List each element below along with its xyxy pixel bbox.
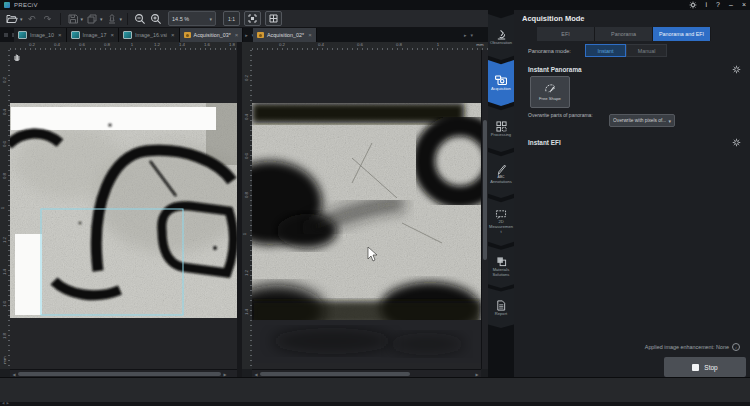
tab-close-icon[interactable]: × xyxy=(235,32,239,38)
ruler-tick-label: 0.6 xyxy=(244,153,249,159)
ruler-unit-label: mm xyxy=(2,356,7,363)
image-file-icon xyxy=(18,31,27,39)
tab-scroll-icon[interactable] xyxy=(4,33,8,37)
tab-label: Acquisition_03* xyxy=(194,32,231,38)
scroll-right-icon[interactable]: ▶ xyxy=(473,372,481,377)
tab-close-icon[interactable]: × xyxy=(110,32,114,38)
tab-close-icon[interactable]: × xyxy=(171,32,175,38)
fit-to-screen-button[interactable] xyxy=(244,11,261,26)
close-button[interactable]: × xyxy=(742,0,746,10)
ruler-tick-label: 0.8 xyxy=(104,42,110,47)
undo-button[interactable]: ↶ xyxy=(25,12,39,26)
left-image-viewport[interactable] xyxy=(10,50,237,369)
free-shape-label: Free Shape xyxy=(539,96,561,101)
nav-label: Annotations xyxy=(489,180,514,185)
copy-tool-chevron-icon[interactable]: ▾ xyxy=(100,16,103,22)
scroll-left-icon[interactable]: ◀ xyxy=(252,372,260,377)
tab-label: Image_10 xyxy=(30,32,54,38)
tab-image-16-vsi[interactable]: Image_16.vsi × xyxy=(119,28,180,42)
enhancement-note: Applied image enhancement: None i xyxy=(645,343,740,351)
processing-grid-icon xyxy=(496,121,507,132)
camera-icon xyxy=(495,75,507,86)
layout-views-button[interactable] xyxy=(265,11,282,26)
zoom-in-button[interactable] xyxy=(149,12,163,26)
tab-image-17[interactable]: Image_17 × xyxy=(67,28,120,42)
overwrite-mode-dropdown[interactable]: Overwrite with pixels of... ▾ xyxy=(609,114,675,127)
panorama-mode-manual[interactable]: Manual xyxy=(626,44,667,57)
redo-button[interactable]: ↷ xyxy=(41,12,55,26)
right-live-viewport[interactable] xyxy=(252,50,481,369)
materials-icon xyxy=(496,256,507,267)
instant-panorama-settings-gear-icon[interactable] xyxy=(732,65,741,74)
tab-acquisition-03[interactable]: Acquisition_03* × xyxy=(180,28,244,42)
nav-item-acquisition[interactable]: Acquisition xyxy=(488,60,514,106)
stamp-tool-chevron-icon[interactable]: ▾ xyxy=(120,16,123,22)
pane-menu-icon[interactable]: ▾ xyxy=(471,32,474,38)
ruler-tick-label: 0.4 xyxy=(54,42,60,47)
mode-tab-efi[interactable]: EFI xyxy=(537,27,595,41)
tab-close-icon[interactable]: × xyxy=(308,32,312,38)
acquisition-file-icon xyxy=(257,32,264,38)
acquisition-settings-panel: Acquisition Mode EFI Panorama Panorama a… xyxy=(514,10,750,377)
application-window: PRECiV i ? – × ▾ ↶ ↷ ▾ ▾ xyxy=(0,0,750,406)
ruler-tick-label: 0.4 xyxy=(2,109,7,115)
info-button[interactable]: i xyxy=(706,0,708,10)
nav-item-observation[interactable]: Observation xyxy=(488,14,514,60)
measurement-icon xyxy=(495,209,507,219)
copy-tool-button[interactable] xyxy=(85,12,99,26)
nav-item-processing[interactable]: Processing xyxy=(488,106,514,152)
ruler-unit-label: mm xyxy=(476,42,483,47)
scroll-left-icon[interactable]: ◀ xyxy=(10,372,18,377)
instant-efi-settings-gear-icon[interactable] xyxy=(732,138,741,147)
stamp-tool-button[interactable] xyxy=(105,12,119,26)
scrollbar-thumb[interactable] xyxy=(483,120,487,260)
tab-overflow-right-icon[interactable]: ▸ xyxy=(245,32,248,38)
image-file-icon xyxy=(123,31,132,39)
pane-overflow-icon[interactable]: ▸ xyxy=(464,32,467,38)
open-file-chevron-icon[interactable]: ▾ xyxy=(20,16,23,22)
scrollbar-thumb[interactable] xyxy=(260,372,410,376)
tab-acquisition-02[interactable]: Acquisition_02* × xyxy=(253,28,317,42)
minimize-button[interactable]: – xyxy=(729,0,733,10)
zoom-level-select[interactable]: 14.5 % ▾ xyxy=(168,11,216,26)
scroll-right-icon[interactable]: ▶ xyxy=(221,372,229,377)
actual-size-button[interactable]: 1:1 xyxy=(223,11,240,26)
titlebar: PRECiV i ? – × xyxy=(0,0,750,10)
ruler-tick-label: 0.6 xyxy=(357,42,363,47)
mode-tab-panorama[interactable]: Panorama xyxy=(595,27,653,41)
left-micrograph-image[interactable] xyxy=(10,103,237,318)
tab-image-10[interactable]: Image_10 × xyxy=(14,28,67,42)
ruler-tick-label: 1.2 xyxy=(2,237,7,243)
corner-scroll-right-icon: ▶ xyxy=(6,402,8,405)
stop-acquisition-button[interactable]: Stop xyxy=(664,357,746,377)
statusbar: 846.61 / 722.97 RGB (183,188,194) Acquis… xyxy=(0,377,750,403)
nav-item-report[interactable]: Report xyxy=(488,288,514,328)
acquisition-file-icon xyxy=(184,32,191,38)
tab-close-icon[interactable]: × xyxy=(58,32,62,38)
save-tool-chevron-icon[interactable]: ▾ xyxy=(81,16,84,22)
help-button[interactable]: ? xyxy=(716,0,720,10)
ruler-tick-label: 1.2 xyxy=(154,42,160,47)
nav-item-2d-measurement[interactable]: 2D Measurement xyxy=(488,198,514,246)
enhancement-info-icon[interactable]: i xyxy=(732,343,740,351)
app-title: PRECiV xyxy=(14,2,38,8)
zoom-out-button[interactable] xyxy=(133,12,147,26)
ruler-tick-label: 1.8 xyxy=(229,42,235,47)
live-micrograph-image[interactable] xyxy=(252,103,481,363)
ruler-tick-label: 0.2 xyxy=(29,42,35,47)
stop-square-icon xyxy=(692,364,699,371)
scrollbar-thumb[interactable] xyxy=(18,372,221,376)
nav-item-materials-solutions[interactable]: Materials Solutions xyxy=(488,246,514,288)
app-logo-icon xyxy=(4,2,10,8)
ruler-tick-label: 0.2 xyxy=(244,75,249,81)
mode-tab-panorama-and-efi[interactable]: Panorama and EFI xyxy=(653,27,711,41)
save-tool-button[interactable] xyxy=(66,12,80,26)
ruler-tick-label: 0.8 xyxy=(244,192,249,198)
settings-gear-icon[interactable] xyxy=(689,1,697,9)
panorama-mode-instant[interactable]: Instant xyxy=(585,44,626,57)
nav-item-annotations[interactable]: ABC Annotations xyxy=(488,152,514,198)
ruler-tick-label: 1 xyxy=(131,42,133,47)
open-file-button[interactable] xyxy=(5,12,19,26)
panel-title: Acquisition Mode xyxy=(522,14,585,23)
free-shape-tool-button[interactable]: Free Shape xyxy=(530,76,570,108)
